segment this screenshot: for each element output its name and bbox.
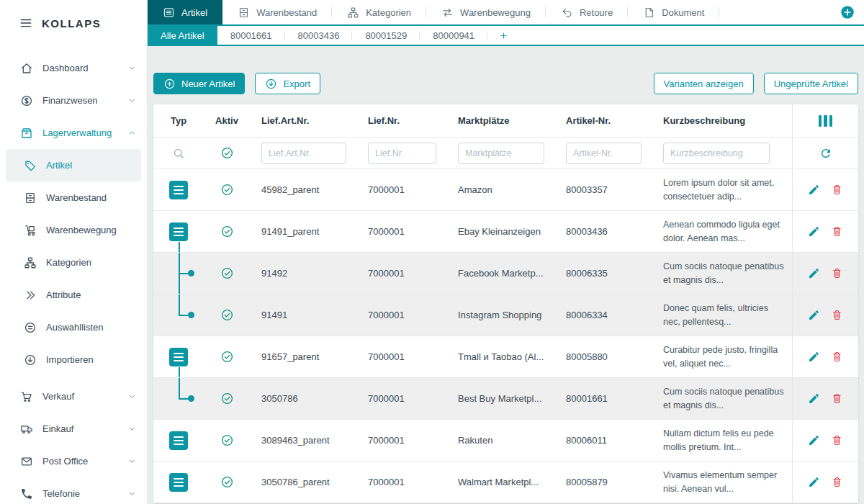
tab-dokument[interactable]: Dokument (628, 0, 719, 24)
sidebar-item-warenbestand[interactable]: Warenbestand (0, 181, 147, 214)
header-typ[interactable]: Typ (153, 104, 204, 137)
active-filter-icon[interactable] (220, 146, 234, 160)
sidebar-item-warenbewegung[interactable]: Warenbewegung (0, 214, 147, 246)
sidebar-item-importieren[interactable]: Importieren (0, 343, 147, 376)
sidebar-item-artikel[interactable]: Artikel (6, 149, 141, 181)
search-icon[interactable] (172, 147, 185, 160)
delete-icon[interactable] (831, 225, 843, 238)
add-article-tab-button[interactable] (487, 26, 520, 45)
unchecked-articles-button[interactable]: Ungeprüfte Artikel (764, 73, 858, 94)
sidebar-item-lagerverwaltung[interactable]: Lagerverwaltung (0, 117, 147, 149)
table-row[interactable]: 91491 7000001 Instagram Shopping 8000633… (153, 294, 858, 336)
row-actions (792, 294, 858, 336)
menu-icon[interactable] (19, 16, 33, 30)
edit-icon[interactable] (808, 267, 820, 279)
article-type-icon[interactable] (169, 473, 188, 492)
active-status-icon[interactable] (220, 225, 234, 238)
article-type-icon[interactable] (169, 348, 188, 366)
sidebar-item-verkauf[interactable]: Verkauf (0, 380, 147, 413)
table-row[interactable]: 45982_parent 7000001 Amazon 80003357 Lor… (153, 169, 858, 211)
table-body: 45982_parent 7000001 Amazon 80003357 Lor… (153, 169, 858, 503)
sidebar-item-kategorien[interactable]: Kategorien (0, 246, 147, 279)
delete-icon[interactable] (831, 184, 843, 196)
header-marktplaetze[interactable]: Marktplätze (446, 115, 554, 126)
active-status-icon[interactable] (220, 183, 234, 197)
edit-icon[interactable] (808, 476, 820, 488)
article-tab-80000941[interactable]: 80000941 (420, 26, 487, 45)
marketplace: Best Buy Marketpl... (446, 393, 554, 404)
sidebar-item-attribute[interactable]: Attribute (0, 279, 147, 311)
article-tab-80001661[interactable]: 80001661 (217, 26, 285, 45)
header-kurzbeschreibung[interactable]: Kurzbeschreibung (652, 115, 792, 126)
columns-icon[interactable] (819, 115, 833, 127)
table-row[interactable]: 3050786_parent 7000001 Walmart Marketpl.… (153, 462, 858, 503)
filter-lief-nr-input[interactable] (368, 143, 436, 164)
sidebar-item-einkauf[interactable]: Einkauf (0, 413, 147, 445)
delete-icon[interactable] (831, 434, 843, 446)
header-lief-art-nr[interactable]: Lief.Art.Nr. (250, 115, 356, 126)
export-button[interactable]: Export (255, 73, 320, 94)
tab-label: Warenbestand (256, 7, 317, 18)
article-tab-label: Alle Artikel (161, 30, 204, 41)
edit-icon[interactable] (808, 434, 820, 446)
article-type-icon[interactable] (169, 222, 188, 241)
refresh-icon[interactable] (819, 147, 832, 160)
edit-icon[interactable] (808, 392, 820, 405)
edit-icon[interactable] (808, 309, 820, 321)
active-status-icon[interactable] (220, 350, 234, 364)
header-artikel-nr[interactable]: Artikel-Nr. (554, 115, 652, 126)
article-type-icon[interactable] (169, 431, 188, 450)
table-row[interactable]: 91491_parent 7000001 Ebay Kleinanzeigen … (153, 211, 858, 253)
tab-kategorien[interactable]: Kategorien (332, 0, 426, 24)
delete-icon[interactable] (831, 392, 843, 405)
new-article-button[interactable]: Neuer Artikel (153, 73, 245, 94)
tab-warenbestand[interactable]: Warenbestand (222, 0, 332, 24)
show-variants-button[interactable]: Varianten anzeigen (654, 73, 754, 94)
active-status-icon[interactable] (220, 308, 234, 322)
sidebar-item-dashboard[interactable]: Dashboard (0, 52, 147, 84)
supplier-number: 7000001 (356, 310, 446, 320)
delete-icon[interactable] (831, 476, 843, 488)
filter-artikel-nr-cell (554, 143, 652, 164)
active-status-icon[interactable] (220, 433, 234, 447)
add-tab-button[interactable] (840, 5, 855, 19)
edit-icon[interactable] (808, 184, 820, 196)
finance-icon (20, 94, 33, 107)
sidebar-item-auswahllisten[interactable]: Auswahllisten (0, 311, 147, 343)
filter-kurzbeschreibung-input[interactable] (663, 143, 770, 164)
filter-artikel-nr-input[interactable] (566, 143, 642, 164)
table-row[interactable]: 91492 7000001 Facebook Marketp... 800063… (153, 253, 858, 294)
filter-marktplaetze-cell (446, 143, 554, 164)
article-type-icon[interactable] (169, 181, 188, 199)
delete-icon[interactable] (831, 351, 843, 363)
delete-icon[interactable] (831, 267, 843, 279)
sidebar-item-postoffice[interactable]: Post Office (0, 445, 147, 477)
header-aktiv[interactable]: Aktiv (204, 115, 250, 126)
edit-icon[interactable] (808, 225, 820, 238)
tab-artikel[interactable]: Artikel (148, 0, 222, 24)
table-row[interactable]: 3050786 7000001 Best Buy Marketpl... 800… (153, 378, 858, 420)
sidebar-item-finanzwesen[interactable]: Finanzwesen (0, 84, 147, 117)
table-row[interactable]: 3089463_parent 7000001 Rakuten 80006011 … (153, 420, 858, 462)
short-description: Cum sociis natoque penatibus et magnis d… (652, 260, 792, 286)
tab-retoure[interactable]: Retoure (546, 0, 628, 24)
active-status-icon[interactable] (220, 392, 234, 405)
delete-icon[interactable] (831, 309, 843, 321)
filter-marktplaetze-input[interactable] (458, 143, 544, 164)
filter-lief-art-nr-input[interactable] (261, 143, 346, 164)
truck-icon (20, 423, 33, 436)
sidebar-item-telefonie[interactable]: Telefonie (0, 477, 147, 504)
header-lief-nr[interactable]: Lief.Nr. (356, 115, 446, 126)
article-tab-label: 80001529 (365, 30, 407, 41)
tab-label: Retoure (580, 7, 613, 18)
active-status-icon[interactable] (220, 475, 234, 489)
tab-warenbewegung[interactable]: Warenbewegung (426, 0, 546, 24)
article-tab-80003436[interactable]: 80003436 (285, 26, 353, 45)
edit-icon[interactable] (808, 351, 820, 363)
article-tabbar: Alle Artikel8000166180003436800015298000… (148, 26, 864, 46)
table-row[interactable]: 91657_parent 7000001 Tmall и Taobao (Al.… (153, 336, 858, 378)
article-tab-alle-artikel[interactable]: Alle Artikel (148, 26, 217, 45)
article-number: 80003436 (554, 226, 652, 237)
active-status-icon[interactable] (220, 266, 234, 280)
article-tab-80001529[interactable]: 80001529 (352, 26, 420, 45)
